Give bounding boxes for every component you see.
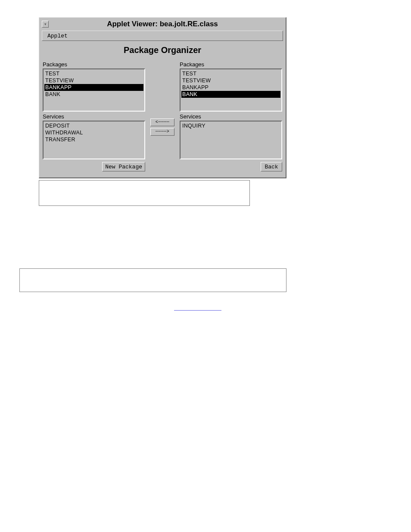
move-left-button[interactable]: <────: [150, 118, 174, 126]
applet-window: ▾ Applet Viewer: bea.jolt.RE.class Apple…: [39, 17, 286, 178]
label-packages-left: Packages: [43, 61, 145, 68]
list-item[interactable]: BANK: [44, 91, 143, 98]
list-item[interactable]: TEST: [44, 70, 143, 77]
transfer-buttons: <──── ────>: [150, 118, 174, 136]
services-row: Services DEPOSITWITHDRAWALTRANSFER Servi…: [43, 112, 282, 159]
label-packages-right: Packages: [180, 61, 282, 68]
document-body: [39, 268, 394, 313]
list-item[interactable]: TESTVIEW: [181, 77, 280, 84]
doc-link[interactable]: [174, 305, 221, 311]
services-list-left[interactable]: DEPOSITWITHDRAWALTRANSFER: [43, 121, 145, 159]
new-package-button[interactable]: New Package: [102, 162, 145, 171]
list-item[interactable]: TRANSFER: [44, 136, 143, 143]
note-box: [19, 268, 286, 292]
list-item[interactable]: TEST: [181, 70, 280, 77]
list-item[interactable]: BANKAPP: [44, 84, 143, 91]
list-item[interactable]: DEPOSIT: [44, 122, 143, 129]
paragraph: [39, 305, 394, 313]
label-services-left: Services: [43, 113, 145, 120]
move-right-button[interactable]: ────>: [150, 128, 174, 136]
packages-list-left[interactable]: TESTTESTVIEWBANKAPPBANK: [43, 68, 145, 112]
panel-title: Package Organizer: [43, 43, 282, 59]
menu-bar: Applet: [42, 31, 283, 41]
list-item[interactable]: BANK: [181, 91, 280, 98]
button-row: New Package Back: [43, 159, 282, 171]
list-item[interactable]: INQUIRY: [181, 122, 280, 129]
packages-list-right[interactable]: TESTTESTVIEWBANKAPPBANK: [180, 68, 282, 112]
label-services-right: Services: [180, 113, 282, 120]
window-title: Applet Viewer: bea.jolt.RE.class: [52, 20, 273, 28]
menu-applet[interactable]: Applet: [42, 33, 73, 39]
list-item[interactable]: WITHDRAWAL: [44, 129, 143, 136]
list-item[interactable]: TESTVIEW: [44, 77, 143, 84]
caption-box: [39, 180, 250, 206]
title-bar: ▾ Applet Viewer: bea.jolt.RE.class: [39, 18, 286, 31]
back-button[interactable]: Back: [261, 162, 282, 171]
packages-row: Packages TESTTESTVIEWBANKAPPBANK Package…: [43, 59, 282, 112]
system-menu-icon[interactable]: ▾: [42, 21, 49, 28]
services-list-right[interactable]: INQUIRY: [180, 121, 282, 159]
list-item[interactable]: BANKAPP: [181, 84, 280, 91]
